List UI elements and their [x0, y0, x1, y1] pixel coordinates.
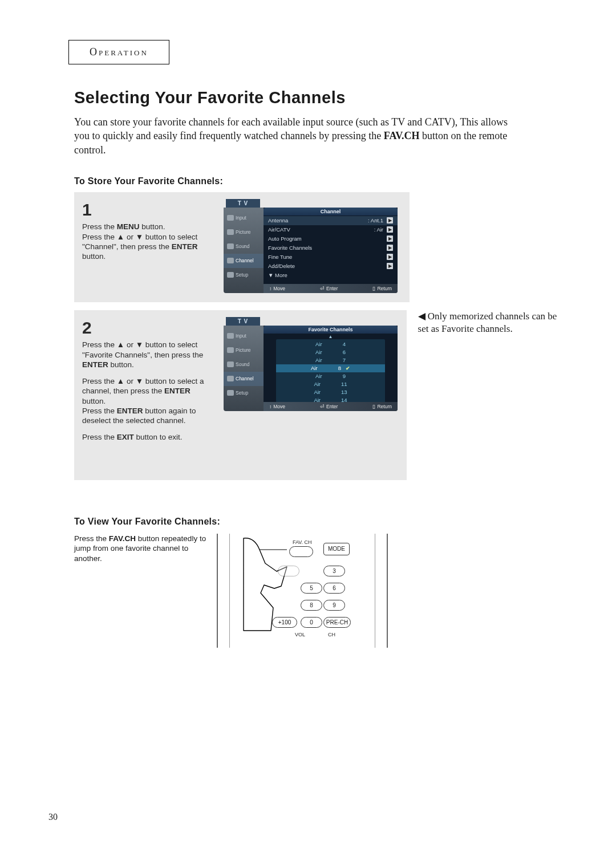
remote-prech-button[interactable]: PRE-CH: [323, 617, 351, 628]
osd-sidebar-item: Channel: [224, 254, 264, 268]
step-2-text: 2 Press the ▲ or ▼ button to select "Fav…: [82, 317, 213, 471]
remote-3-label: 3: [333, 568, 336, 574]
view-t1: Press the: [74, 534, 109, 543]
osd-channel-num: 13: [341, 389, 347, 395]
osd-channel-row: Air8✔: [276, 364, 385, 372]
remote-num-5-button[interactable]: 5: [301, 583, 322, 594]
remote-6-label: 6: [333, 585, 336, 591]
osd-sidebar-label: Channel: [236, 376, 254, 381]
osd-title: Channel: [264, 208, 398, 216]
right-arrow-icon: ▶: [387, 254, 393, 260]
osd-sidebar-icon: [227, 347, 234, 353]
osd-sidebar-icon: [227, 229, 234, 235]
osd-sidebar-icon: [227, 215, 234, 221]
osd-sidebar-icon: [227, 390, 234, 396]
osd-main-panel-2: Favorite Channels ▲ Air4Air6Air7Air8✔Air…: [264, 326, 398, 411]
osd-sidebar-item: Sound: [224, 239, 264, 254]
step2-b2: ENTER: [164, 387, 191, 395]
section-header: Operation: [90, 46, 148, 58]
step-2-block: 2 Press the ▲ or ▼ button to select "Fav…: [74, 310, 407, 480]
right-arrow-icon: ▶: [387, 263, 393, 269]
osd-sidebar-label: Channel: [236, 258, 254, 263]
remote-ch-label: CH: [328, 632, 335, 637]
step2-b4: EXIT: [117, 433, 134, 441]
remote-num-3-button[interactable]: 3: [323, 566, 345, 576]
osd-sidebar-icon: [227, 272, 234, 278]
remote-favch-label: FAV. CH: [293, 539, 312, 545]
osd-tv-tab-2: T V: [226, 317, 260, 326]
remote-8-label: 8: [310, 602, 313, 608]
step2-b1: ENTER: [82, 360, 108, 369]
osd-channel-row: Air11: [276, 380, 385, 388]
remote-vol-label: VOL: [295, 632, 305, 637]
osd-screenshot-channel-menu: T V InputPictureSoundChannelSetup Channe…: [224, 199, 398, 293]
osd-tv-tab: T V: [226, 199, 260, 208]
osd-title-2: Favorite Channels: [264, 326, 398, 334]
osd-row-label: Fine Tune: [268, 254, 292, 260]
osd-channel-row: Air4: [276, 340, 385, 348]
osd-sidebar-item: Setup: [224, 386, 264, 400]
osd-sidebar-icon: [227, 333, 234, 339]
remote-plus100-button[interactable]: +100: [272, 617, 297, 628]
view-b1: FAV.CH: [109, 534, 136, 543]
osd-menu-row: Antenna: Ant.1▶: [264, 216, 398, 225]
osd-menu-row: Favorite Channels▶: [264, 243, 398, 253]
right-arrow-icon: ▶: [387, 235, 393, 242]
osd-sidebar-icon: [227, 258, 234, 263]
osd-sidebar-label: Input: [236, 333, 246, 339]
osd-footer: ↕ Move ⏎ Enter ▯ Return: [264, 284, 398, 293]
remote-num-0-button[interactable]: 0: [301, 617, 322, 628]
remote-mode-label: MODE: [328, 546, 345, 552]
osd-channel-num: 11: [341, 381, 347, 387]
step1-t4: button.: [82, 252, 106, 261]
subheading-store: To Store Your Favorite Channels:: [74, 176, 565, 186]
remote-0-label: 0: [310, 619, 313, 625]
osd-sidebar-2: InputPictureSoundChannelSetup: [224, 326, 264, 411]
step-2-number: 2: [82, 317, 213, 339]
side-note: ◀ Only memorized channels can be set as …: [418, 310, 565, 335]
osd-menu-row: Fine Tune▶: [264, 253, 398, 262]
osd-return-label: Return: [377, 286, 392, 291]
osd-footer-move: ↕ Move: [269, 286, 285, 291]
osd-menu-row: ▼ More: [264, 271, 398, 280]
right-arrow-icon: ▶: [387, 245, 393, 251]
osd-row-label: Favorite Channels: [268, 245, 312, 251]
osd-channel-src: Air: [311, 365, 318, 371]
remote-num-2-button[interactable]: [278, 566, 299, 576]
step2-t1: Press the ▲ or ▼ button to select "Favor…: [82, 340, 203, 359]
osd-sidebar-item: Input: [224, 211, 264, 225]
osd-sidebar-item: Picture: [224, 225, 264, 239]
osd-channel-row: Air7: [276, 356, 385, 364]
remote-num-9-button[interactable]: 9: [323, 600, 345, 611]
osd-footer-return: ▯ Return: [372, 286, 392, 291]
remote-favch-button[interactable]: [289, 546, 313, 557]
step-1-block: 1 Press the MENU button. Press the ▲ or …: [74, 192, 410, 302]
osd-footer-2: ↕ Move ⏎ Enter ▯ Return: [264, 402, 398, 411]
remote-mode-button[interactable]: MODE: [323, 543, 350, 555]
osd-menu-row: Add/Delete▶: [264, 262, 398, 271]
osd-sidebar-label: Sound: [236, 361, 250, 367]
osd-row-value: : Air: [374, 226, 383, 233]
step-1-text: 1 Press the MENU button. Press the ▲ or …: [82, 199, 213, 293]
osd-sidebar-label: Setup: [236, 390, 248, 396]
osd-channel-num: 4: [343, 341, 346, 347]
osd-sidebar-icon: [227, 376, 234, 381]
osd-move-label: Move: [273, 286, 285, 291]
section-header-box: Operation: [68, 40, 169, 64]
remote-num-8-button[interactable]: 8: [301, 600, 322, 611]
osd-channel-src: Air: [315, 349, 322, 355]
osd-footer-enter: ⏎ Enter: [320, 286, 338, 291]
osd-sidebar-label: Input: [236, 215, 246, 221]
osd-channel-num: 7: [343, 357, 346, 363]
osd-footer-enter-2: ⏎ Enter: [320, 404, 338, 409]
osd-channel-src: Air: [314, 389, 321, 395]
osd-sidebar-label: Picture: [236, 229, 250, 235]
remote-num-6-button[interactable]: 6: [323, 583, 345, 594]
osd-channel-row: Air6: [276, 348, 385, 356]
subheading-view: To View Your Favorite Channels:: [74, 517, 565, 527]
osd-row-label: Auto Program: [268, 235, 302, 242]
remote-plus100-label: +100: [278, 619, 291, 625]
step2-t8: button to exit.: [134, 433, 183, 441]
osd-channel-num: 8✔: [338, 365, 350, 371]
right-arrow-icon: ▶: [387, 226, 393, 233]
